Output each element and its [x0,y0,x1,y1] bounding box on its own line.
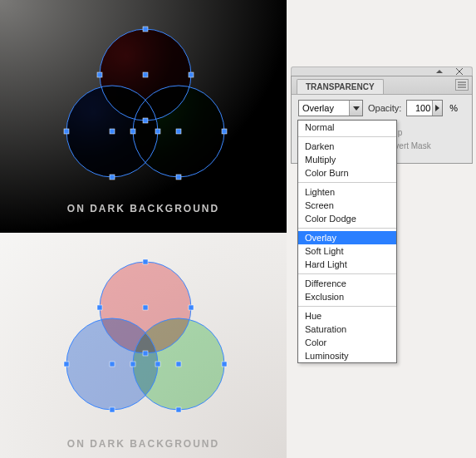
chevron-right-icon [435,105,439,111]
opacity-unit: % [449,103,458,113]
light-background-stage: ON DARK BACKGROUND [0,233,287,458]
svg-rect-25 [64,362,69,367]
tab-transparency[interactable]: TRANSPARENCY [297,79,384,94]
svg-rect-26 [222,362,227,367]
blend-option-normal[interactable]: Normal [298,121,396,134]
panel-menu-button[interactable] [455,79,469,91]
blend-option-color[interactable]: Color [298,336,396,349]
blend-option-hard-light[interactable]: Hard Light [298,258,396,271]
svg-rect-3 [143,72,148,77]
separator [298,228,396,229]
blend-mode-dropdown-button[interactable] [349,101,362,116]
separator [298,306,396,307]
svg-rect-8 [189,72,194,77]
opacity-slider-button[interactable] [432,101,442,116]
svg-rect-22 [143,259,148,264]
separator [298,136,396,137]
svg-rect-28 [176,407,181,412]
svg-rect-5 [176,129,181,134]
svg-rect-7 [97,72,102,77]
svg-rect-10 [222,129,227,134]
svg-rect-19 [143,305,148,310]
blend-option-soft-light[interactable]: Soft Light [298,244,396,258]
blend-option-luminosity[interactable]: Luminosity [298,349,396,362]
panel-topbar [291,66,473,76]
svg-rect-23 [97,305,102,310]
svg-rect-12 [176,175,181,180]
opacity-field[interactable] [406,100,443,116]
blend-option-difference[interactable]: Difference [298,277,396,290]
blend-mode-field[interactable] [299,101,349,116]
panel-collapse-button[interactable] [430,69,449,75]
svg-rect-9 [64,129,69,134]
svg-rect-4 [110,129,115,134]
svg-rect-30 [130,362,135,367]
svg-rect-21 [176,362,181,367]
svg-rect-15 [155,129,160,134]
svg-rect-29 [143,351,148,356]
blend-option-saturation[interactable]: Saturation [298,323,396,336]
svg-rect-6 [143,27,148,32]
svg-rect-11 [110,175,115,180]
blend-option-lighten[interactable]: Lighten [298,185,396,199]
blend-option-color-dodge[interactable]: Color Dodge [298,212,396,225]
opacity-input[interactable] [407,103,432,113]
opacity-label: Opacity: [368,103,401,113]
svg-rect-31 [155,362,160,367]
blend-option-darken[interactable]: Darken [298,140,396,153]
svg-rect-14 [130,129,135,134]
blend-mode-select[interactable] [298,100,363,116]
blend-mode-dropdown[interactable]: NormalDarkenMultiplyColor BurnLightenScr… [297,120,397,363]
venn-diagram-light [50,258,241,424]
dark-stage-caption: ON DARK BACKGROUND [0,203,287,214]
separator [298,273,396,274]
svg-rect-20 [110,362,115,367]
blend-option-overlay[interactable]: Overlay [298,231,396,244]
separator [298,182,396,183]
svg-rect-24 [189,305,194,310]
chevron-down-icon [353,106,360,111]
svg-rect-27 [110,407,115,412]
blend-option-hue[interactable]: Hue [298,309,396,323]
blend-option-exclusion[interactable]: Exclusion [298,290,396,303]
light-stage-caption: ON DARK BACKGROUND [0,438,287,450]
blend-option-color-burn[interactable]: Color Burn [298,166,396,180]
venn-diagram-dark [50,25,241,191]
blend-option-screen[interactable]: Screen [298,199,396,212]
blend-option-multiply[interactable]: Multiply [298,153,396,166]
dark-background-stage: ON DARK BACKGROUND [0,0,287,233]
panel-close-button[interactable] [450,69,469,75]
panel-tabbar: TRANSPARENCY [292,76,472,95]
svg-marker-32 [436,70,443,73]
svg-rect-13 [143,118,148,123]
